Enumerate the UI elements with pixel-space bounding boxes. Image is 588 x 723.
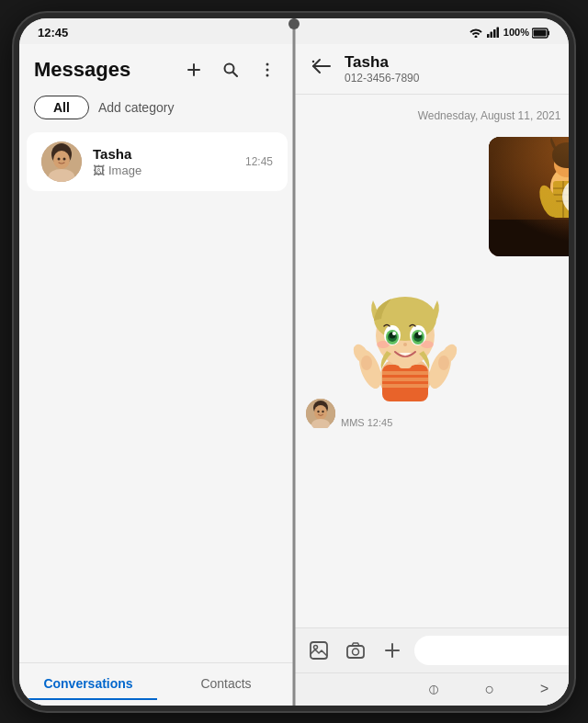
svg-point-17 <box>58 157 61 160</box>
svg-rect-58 <box>382 371 428 375</box>
svg-point-82 <box>438 356 449 370</box>
svg-rect-83 <box>311 642 327 659</box>
svg-point-13 <box>266 73 269 76</box>
add-category[interactable]: Add category <box>98 100 175 115</box>
recents-nav-icon[interactable]: ⦶ <box>429 681 438 697</box>
left-panel: Messages All <box>19 44 295 706</box>
svg-point-68 <box>392 332 396 335</box>
conversation-list: Tasha 🖼 Image 12:45 <box>19 129 295 662</box>
tasha-preview: 🖼 Image <box>93 164 234 177</box>
date-divider: Wednesday, August 11, 2021 <box>306 109 569 122</box>
svg-point-16 <box>53 151 70 169</box>
svg-rect-2 <box>493 29 496 38</box>
compose-button[interactable] <box>181 57 207 83</box>
outgoing-mms: MMS 12:45 <box>306 137 569 271</box>
sticker-image <box>341 282 469 411</box>
chat-contact-number: 012-3456-7890 <box>345 72 569 85</box>
svg-rect-5 <box>548 31 549 36</box>
tasha-time: 12:45 <box>245 155 273 168</box>
signal-icon <box>487 27 500 40</box>
right-panel: Tasha 012-3456-7890 <box>295 44 569 706</box>
svg-point-52 <box>314 405 327 420</box>
header-icons <box>181 57 280 83</box>
camera-notch <box>288 18 300 29</box>
gallery-button[interactable] <box>304 636 334 665</box>
messages-area: Wednesday, August 11, 2021 <box>295 95 569 627</box>
more-button[interactable] <box>254 57 280 83</box>
svg-rect-3 <box>496 27 499 38</box>
svg-point-74 <box>377 341 390 348</box>
camera-button[interactable] <box>341 636 370 665</box>
tasha-avatar <box>41 141 82 182</box>
svg-rect-0 <box>487 34 490 38</box>
status-icons: 100% <box>469 27 550 40</box>
chat-header: Tasha 012-3456-7890 <box>295 44 569 95</box>
category-bar: All Add category <box>19 90 295 129</box>
svg-rect-60 <box>382 384 428 388</box>
svg-point-12 <box>266 68 269 71</box>
svg-rect-44 <box>489 137 569 256</box>
tasha-name: Tasha <box>93 146 234 162</box>
preview-icon: 🖼 <box>93 164 105 177</box>
svg-rect-57 <box>382 365 428 401</box>
svg-rect-6 <box>534 30 547 37</box>
phone-outer: 12:45 100% Messages <box>14 13 574 711</box>
phone-inner: 12:45 100% Messages <box>19 18 569 706</box>
svg-rect-1 <box>490 31 492 38</box>
search-button[interactable] <box>218 57 243 83</box>
outgoing-mms-label: MMS 12:45 <box>489 256 569 271</box>
chat-contact-name: Tasha <box>345 53 569 72</box>
svg-rect-85 <box>347 646 364 658</box>
home-nav-icon[interactable]: ○ <box>484 680 494 699</box>
svg-point-18 <box>63 157 66 160</box>
messages-title: Messages <box>34 58 130 82</box>
incoming-sticker-label: MMS 12:45 <box>341 417 469 428</box>
status-time: 12:45 <box>38 26 68 40</box>
tab-conversations[interactable]: Conversations <box>19 669 157 700</box>
outgoing-image[interactable] <box>489 137 569 256</box>
nav-bar-right: ⦶ ○ < <box>295 672 569 706</box>
messages-header: Messages <box>19 44 295 90</box>
svg-point-75 <box>421 341 434 348</box>
svg-point-73 <box>418 332 422 335</box>
tasha-conv-info: Tasha 🖼 Image <box>93 146 234 177</box>
wifi-icon <box>469 27 483 40</box>
back-button[interactable] <box>306 56 337 81</box>
message-input[interactable] <box>414 636 569 665</box>
outgoing-bubble: MMS 12:45 <box>489 137 569 271</box>
battery-icon: 100% <box>503 27 550 39</box>
tab-contacts[interactable]: Contacts <box>157 669 295 700</box>
back-nav-icon[interactable]: < <box>540 681 548 697</box>
attach-button[interactable] <box>378 636 407 665</box>
bottom-tabs: Conversations Contacts <box>19 662 295 706</box>
input-bar <box>295 627 569 672</box>
svg-point-54 <box>322 410 323 412</box>
image-scene <box>489 137 569 256</box>
svg-point-76 <box>403 343 407 346</box>
svg-point-53 <box>317 410 319 412</box>
all-tab[interactable]: All <box>34 96 89 119</box>
svg-point-11 <box>266 62 269 65</box>
fold-line <box>293 18 296 706</box>
sender-avatar-small <box>306 399 335 428</box>
svg-point-86 <box>353 649 359 655</box>
incoming-sticker-row: MMS 12:45 <box>306 282 569 428</box>
svg-rect-59 <box>382 378 428 381</box>
svg-line-10 <box>233 72 238 76</box>
svg-point-79 <box>361 356 372 370</box>
svg-point-84 <box>314 645 318 649</box>
incoming-sticker-bubble: MMS 12:45 <box>341 282 469 428</box>
chat-contact-info: Tasha 012-3456-7890 <box>345 53 569 85</box>
conversation-tasha[interactable]: Tasha 🖼 Image 12:45 <box>27 132 288 191</box>
